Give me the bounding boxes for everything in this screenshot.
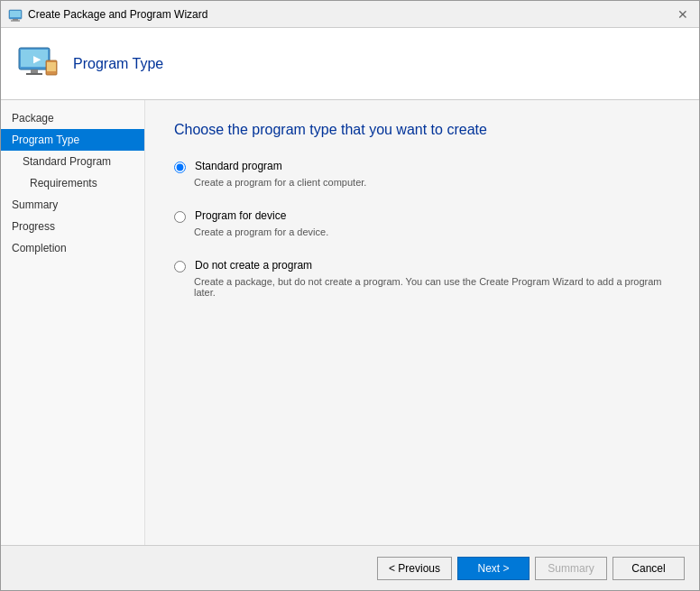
header-section: ▶ Program Type: [1, 28, 699, 100]
header-title: Program Type: [73, 56, 163, 72]
svg-text:▶: ▶: [33, 54, 41, 64]
sidebar-item-package[interactable]: Package: [1, 107, 144, 129]
sidebar-item-requirements[interactable]: Requirements: [1, 172, 144, 194]
footer: < Previous Next > Summary Cancel: [1, 545, 699, 590]
wizard-icon: [8, 7, 23, 22]
desc-program-for-device: Create a program for a device.: [194, 226, 670, 237]
label-do-not-create[interactable]: Do not create a program: [195, 259, 312, 272]
sidebar-item-progress[interactable]: Progress: [1, 216, 144, 237]
svg-rect-6: [31, 69, 38, 73]
svg-rect-2: [13, 19, 18, 21]
title-bar-left: Create Package and Program Wizard: [8, 7, 207, 22]
svg-rect-7: [26, 73, 42, 75]
svg-rect-3: [11, 20, 20, 21]
wizard-window: Create Package and Program Wizard ✕ ▶ Pr…: [0, 0, 700, 591]
radio-row-device: Program for device: [174, 209, 670, 223]
label-standard-program[interactable]: Standard program: [195, 160, 282, 172]
svg-rect-1: [10, 11, 21, 17]
title-bar: Create Package and Program Wizard ✕: [1, 1, 699, 28]
radio-row-no-program: Do not create a program: [174, 259, 670, 272]
page-title: Choose the program type that you want to…: [174, 122, 670, 138]
desc-do-not-create: Create a package, but do not create a pr…: [194, 276, 670, 298]
next-button[interactable]: Next >: [457, 557, 530, 580]
close-button[interactable]: ✕: [674, 5, 692, 23]
content-area: Package Program Type Standard Program Re…: [1, 100, 699, 545]
desc-standard-program: Create a program for a client computer.: [194, 177, 670, 188]
sidebar-item-summary[interactable]: Summary: [1, 194, 144, 216]
sidebar: Package Program Type Standard Program Re…: [1, 100, 145, 545]
radio-standard-program[interactable]: [174, 162, 186, 173]
option-standard-program: Standard program Create a program for a …: [174, 160, 670, 188]
main-content: Choose the program type that you want to…: [145, 100, 699, 545]
radio-program-for-device[interactable]: [174, 211, 186, 223]
option-program-for-device: Program for device Create a program for …: [174, 209, 670, 237]
option-do-not-create: Do not create a program Create a package…: [174, 259, 670, 298]
radio-row-standard: Standard program: [174, 160, 670, 173]
cancel-button[interactable]: Cancel: [612, 557, 685, 580]
sidebar-item-completion[interactable]: Completion: [1, 237, 144, 259]
sidebar-item-program-type[interactable]: Program Type: [1, 129, 144, 151]
label-program-for-device[interactable]: Program for device: [195, 209, 286, 222]
sidebar-item-standard-program[interactable]: Standard Program: [1, 151, 144, 172]
radio-do-not-create[interactable]: [174, 261, 186, 272]
program-type-icon: ▶: [15, 42, 59, 86]
window-title: Create Package and Program Wizard: [28, 8, 207, 21]
svg-rect-9: [47, 62, 56, 71]
previous-button[interactable]: < Previous: [377, 557, 452, 580]
summary-button[interactable]: Summary: [535, 557, 607, 580]
